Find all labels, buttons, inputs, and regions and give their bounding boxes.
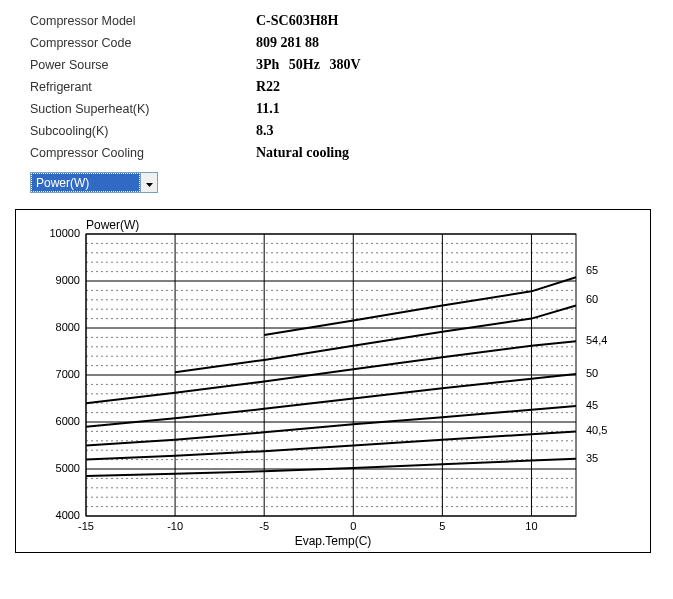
superheat-value: 11.1 <box>256 98 361 120</box>
series-label: 65 <box>586 264 598 276</box>
x-tick-label: -10 <box>167 520 183 532</box>
x-tick-label: 0 <box>350 520 356 532</box>
cooling-label: Compressor Cooling <box>30 142 256 164</box>
refrigerant-value: R22 <box>256 76 361 98</box>
x-tick-label: -5 <box>259 520 269 532</box>
series-label: 45 <box>586 399 598 411</box>
model-value: C-SC603H8H <box>256 10 361 32</box>
x-tick-label: 10 <box>525 520 537 532</box>
svg-marker-0 <box>146 183 153 187</box>
refrigerant-label: Refrigerant <box>30 76 256 98</box>
series-label: 60 <box>586 293 598 305</box>
cooling-value: Natural cooling <box>256 142 361 164</box>
chevron-down-icon <box>146 176 153 190</box>
power-source-label: Power Sourse <box>30 54 256 76</box>
series-label: 50 <box>586 367 598 379</box>
series-label: 40,5 <box>586 424 607 436</box>
x-tick-label: -15 <box>78 520 94 532</box>
series-label: 35 <box>586 452 598 464</box>
dropdown-selected: Power(W) <box>31 173 140 192</box>
x-tick-label: 5 <box>439 520 445 532</box>
x-axis-label: Evap.Temp(C) <box>295 534 372 548</box>
code-value: 809 281 88 <box>256 32 361 54</box>
model-label: Compressor Model <box>30 10 256 32</box>
chart-mode-dropdown[interactable]: Power(W) <box>30 172 158 193</box>
superheat-label: Suction Superheat(K) <box>30 98 256 120</box>
code-label: Compressor Code <box>30 32 256 54</box>
subcooling-label: Subcooling(K) <box>30 120 256 142</box>
subcooling-value: 8.3 <box>256 120 361 142</box>
power-chart: Power(W) Evap.Temp(C) 400050006000700080… <box>15 209 651 553</box>
power-source-value: 3Ph 50Hz 380V <box>256 54 361 76</box>
series-label: 54,4 <box>586 334 607 346</box>
dropdown-button[interactable] <box>140 173 157 192</box>
spec-table: Compressor Model C-SC603H8H Compressor C… <box>30 10 361 164</box>
